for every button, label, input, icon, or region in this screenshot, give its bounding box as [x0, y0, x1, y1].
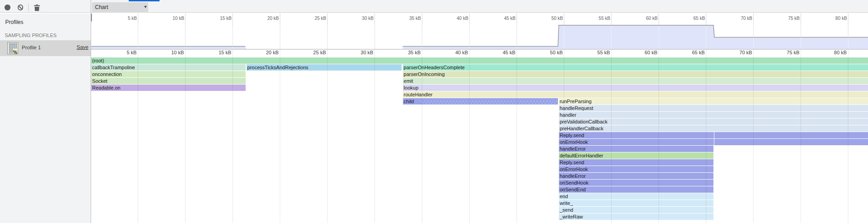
svg-text:%: % — [13, 49, 18, 54]
svg-text:5 kB: 5 kB — [128, 16, 137, 21]
svg-text:15 kB: 15 kB — [220, 16, 232, 21]
svg-text:50 kB: 50 kB — [551, 16, 563, 21]
svg-text:10 kB: 10 kB — [173, 16, 184, 21]
svg-text:65 kB: 65 kB — [693, 16, 705, 21]
svg-text:20 kB: 20 kB — [267, 16, 279, 21]
svg-text:55 kB: 55 kB — [599, 16, 611, 21]
svg-text:60 kB: 60 kB — [646, 16, 658, 21]
svg-text:45 kB: 45 kB — [504, 16, 516, 21]
svg-text:40 kB: 40 kB — [457, 16, 469, 21]
svg-text:80 kB: 80 kB — [835, 16, 847, 21]
svg-text:25 kB: 25 kB — [315, 16, 326, 21]
svg-text:75 kB: 75 kB — [788, 16, 800, 21]
svg-text:70 kB: 70 kB — [741, 16, 752, 21]
svg-text:35 kB: 35 kB — [409, 16, 421, 21]
svg-text:30 kB: 30 kB — [362, 16, 374, 21]
